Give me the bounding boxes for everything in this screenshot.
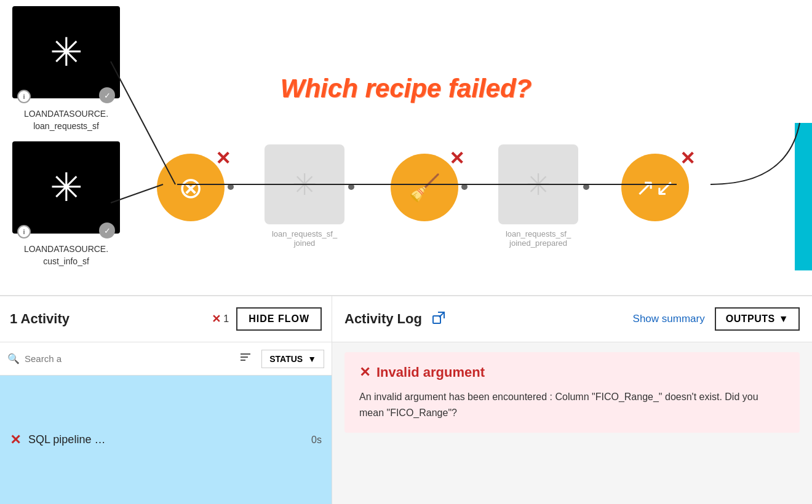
error-card-x-icon: ✕ [359,364,370,380]
activity-row[interactable]: ✕ SQL pipeline … 0s [0,376,332,504]
info-badge-bottom[interactable]: i [17,225,31,238]
activity-name: SQL pipeline … [28,433,304,446]
snowflake-icon-top: ✳ [50,30,83,75]
gray-node-1-label: loan_requests_sf_ joined [272,229,337,248]
export-node[interactable]: ↗↙ ✕ [621,154,689,221]
chevron-down-icon: ▼ [308,354,316,364]
activities-title: 1 Activity [10,311,204,327]
export-error-badge: ✕ [680,148,695,169]
activities-panel: 1 Activity ✕ 1 HIDE FLOW 🔍 STATUS ▼ [0,296,332,504]
gray-node-2: ✳ loan_requests_sf_ joined_prepared [498,144,578,224]
search-input[interactable] [25,353,229,364]
flow-area: Which recipe failed? ✳ i ✓ LOANDATASOURC… [0,0,812,295]
bottom-panel: 1 Activity ✕ 1 HIDE FLOW 🔍 STATUS ▼ [0,295,812,504]
datasource-bottom: ✳ i ✓ LOANDATASOURCE. cust_info_sf [12,141,120,267]
datasource-label-bottom: LOANDATASOURCE. cust_info_sf [24,243,108,267]
show-summary-button[interactable]: Show summary [633,313,705,325]
svg-line-7 [439,312,444,317]
search-bar: 🔍 STATUS ▼ [0,342,332,376]
external-link-icon[interactable] [432,311,445,328]
error-card-title: ✕ Invalid argument [359,364,785,380]
outputs-button[interactable]: OUTPUTS ▼ [715,307,800,331]
error-count: ✕ 1 [212,312,229,326]
activity-error-icon: ✕ [10,432,21,448]
info-badge-top[interactable]: i [17,90,31,103]
outputs-chevron-icon: ▼ [779,313,789,325]
clean-error-badge: ✕ [449,148,464,169]
datasource-top: ✳ i ✓ LOANDATASOURCE. loan_requests_sf [12,6,120,132]
check-badge-top: ✓ [99,87,115,103]
dot-3 [461,184,468,190]
join-circle: ⊗ [157,154,225,221]
activity-time: 0s [311,435,322,446]
gray-box-1: ✳ [265,144,344,224]
activities-header: 1 Activity ✕ 1 HIDE FLOW [0,296,332,342]
snowflake-icon-bottom: ✳ [50,165,83,210]
question-label: Which recipe failed? [281,74,531,103]
blue-edge-panel[interactable] [795,123,812,270]
clean-circle: 🧹 [391,154,458,221]
log-header: Activity Log Show summary OUTPUTS ▼ [332,296,812,342]
log-panel: Activity Log Show summary OUTPUTS ▼ ✕ In… [332,296,812,504]
log-title: Activity Log [344,311,422,327]
search-icon: 🔍 [7,353,20,364]
error-card: ✕ Invalid argument An invalid argument h… [344,352,800,433]
dot-4 [583,184,589,190]
status-dropdown[interactable]: STATUS ▼ [261,350,324,368]
join-node[interactable]: ⊗ ✕ [157,154,225,221]
error-x-icon: ✕ [212,312,221,326]
datasource-label-top: LOANDATASOURCE. loan_requests_sf [24,108,108,132]
export-circle: ↗↙ [621,154,689,221]
hide-flow-button[interactable]: HIDE FLOW [236,307,322,331]
join-error-badge: ✕ [215,148,231,169]
datasource-box-top: ✳ i ✓ [12,6,120,98]
clean-node[interactable]: 🧹 ✕ [391,154,458,221]
error-card-message: An invalid argument has been encountered… [359,389,785,420]
sort-button[interactable] [234,348,257,369]
dot-1 [228,184,234,190]
dot-2 [348,184,354,190]
check-badge-bottom: ✓ [99,222,115,238]
datasource-box-bottom: ✳ i ✓ [12,141,120,234]
gray-node-1: ✳ loan_requests_sf_ joined [265,144,344,224]
gray-box-2: ✳ [498,144,578,224]
gray-node-2-label: loan_requests_sf_ joined_prepared [506,229,571,248]
